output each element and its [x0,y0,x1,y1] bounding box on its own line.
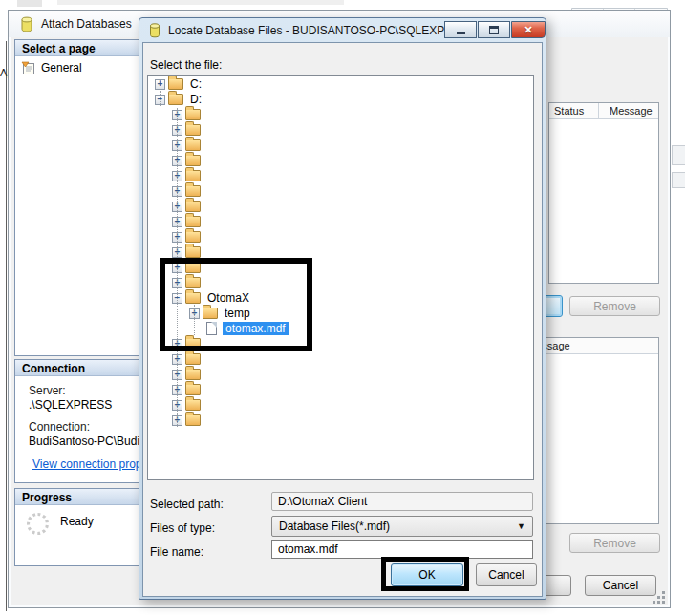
tree-row[interactable]: + [148,199,533,214]
folder-icon [185,384,201,395]
folder-icon [185,155,201,166]
progress-spinner-icon [27,513,49,535]
column-header-status[interactable]: Status [549,103,599,118]
folder-icon [185,170,201,181]
tree-row[interactable]: +C: [148,76,533,92]
remove-button[interactable]: Remove [569,296,660,316]
expand-toggle-icon[interactable]: + [155,79,165,90]
tree-row[interactable]: + [148,351,533,367]
column-header-message[interactable]: Message [599,103,658,118]
folder-icon [185,369,201,380]
tree-row[interactable]: + [148,107,533,122]
folder-icon [185,353,201,365]
tree-row[interactable]: + [148,168,533,183]
locate-dialog-title: Locate Database Files - BUDISANTOSO-PC\S… [168,24,470,37]
databases-grid[interactable]: Status Message [548,102,659,284]
folder-icon [185,185,201,197]
minimize-icon [457,32,465,34]
maximize-button[interactable] [478,21,510,38]
selected-path-label: Selected path: [150,498,224,511]
tree-row[interactable]: + [148,367,533,382]
files-of-type-dropdown[interactable]: Database Files(*.mdf) ▼ [271,516,533,537]
background-window-fragment [17,0,42,7]
folder-icon [185,109,201,120]
tree-row[interactable]: + [148,382,533,397]
select-file-label: Select the file: [150,58,222,72]
database-icon [20,16,33,32]
folder-icon [168,78,183,90]
tree-row[interactable]: + [148,214,533,229]
cancel-button[interactable]: Cancel [585,575,656,596]
background-window-fragment [57,0,344,5]
files-of-type-label: Files of type: [150,521,215,535]
selected-path-value: D:\OtomaX Client [271,492,533,511]
folder-icon [185,139,201,151]
remove-button[interactable]: Remove [569,533,660,553]
tree-item-label[interactable]: D: [187,93,204,106]
tree-row[interactable]: + [148,397,533,413]
annotation-rectangle-ok [381,557,469,591]
folder-icon [185,201,201,212]
background-tab-fragment [672,172,685,188]
attach-window-title: Attach Databases [41,17,132,31]
background-tab-fragment [672,145,685,165]
folder-icon [185,399,201,411]
tree-row[interactable]: + [148,413,533,428]
tree-row[interactable]: + [148,153,533,168]
folder-icon [185,216,201,227]
close-icon: ✕ [524,25,532,35]
files-of-type-value: Database Files(*.mdf) [279,520,390,533]
desktop: A| ✕ Attach Databases Select a page [0,0,685,616]
database-icon [149,23,161,38]
folder-icon [185,246,201,258]
folder-icon [168,94,183,105]
chevron-down-icon: ▼ [517,521,525,531]
close-button[interactable]: ✕ [511,21,546,38]
general-page-icon [21,61,35,74]
cancel-button[interactable]: Cancel [476,563,537,586]
resize-grip[interactable] [662,591,665,594]
sidebar-item-label: General [41,61,82,74]
tree-row[interactable]: + [148,183,533,199]
tree-connector [160,91,161,106]
tree-row[interactable]: + [148,138,533,153]
maximize-icon [489,26,499,34]
file-name-label: File name: [150,545,203,559]
folder-icon [185,124,201,136]
background-window-edge [6,41,7,611]
progress-status: Ready [60,515,94,528]
minimize-button[interactable] [444,21,477,38]
folder-icon [185,414,201,426]
tree-item-label[interactable]: C: [187,77,204,91]
tree-row[interactable]: + [148,229,533,244]
tree-row[interactable]: + [148,122,533,138]
tree-row[interactable]: −D: [148,92,533,107]
annotation-rectangle-tree [160,258,312,351]
file-name-input[interactable] [271,540,533,559]
folder-icon [185,231,201,243]
